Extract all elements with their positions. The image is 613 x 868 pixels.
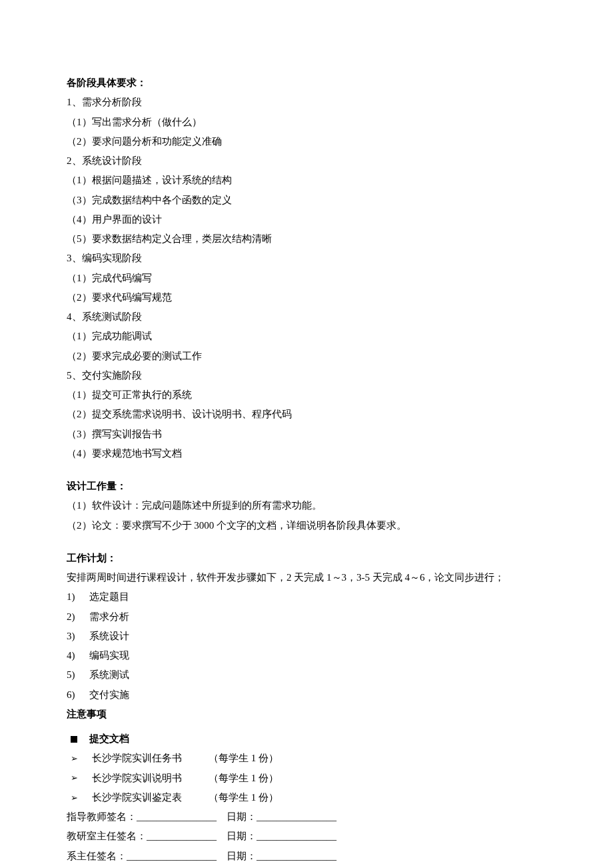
step-6-text: 交付实施 <box>89 685 129 705</box>
arrow-bullet-icon: ➢ <box>71 769 79 786</box>
phase-2-item-2: （3）完成数据结构中各个函数的定义 <box>67 191 546 210</box>
step-1-text: 选定题目 <box>89 587 129 607</box>
section2-item-1: （1）软件设计：完成问题陈述中所提到的所有需求功能。 <box>67 496 546 515</box>
arrow-bullet-icon: ➢ <box>71 750 79 767</box>
phase-2-item-3: （4）用户界面的设计 <box>67 210 546 229</box>
arrow-bullet-icon: ➢ <box>71 789 79 806</box>
doc-3-name: 长沙学院实训鉴定表 <box>92 788 209 807</box>
section3-intro: 安排两周时间进行课程设计，软件开发步骤如下，2 天完成 1～3，3-5 天完成 … <box>67 568 546 587</box>
section3-title: 工作计划： <box>67 549 546 568</box>
step-4-num: 4) <box>67 646 89 665</box>
phase-4-item-1: （1）完成功能调试 <box>67 327 546 346</box>
section2-item-2: （2）论文：要求撰写不少于 3000 个文字的文档，详细说明各阶段具体要求。 <box>67 516 546 535</box>
phase-2-item-1: （1）根据问题描述，设计系统的结构 <box>67 171 546 190</box>
phase-1: 1、需求分析阶段 （1）写出需求分析（做什么） （2）要求问题分析和功能定义准确 <box>67 93 546 151</box>
step-3: 3) 系统设计 <box>67 627 546 646</box>
step-5: 5) 系统测试 <box>67 665 546 685</box>
step-5-text: 系统测试 <box>89 665 129 685</box>
step-3-text: 系统设计 <box>89 627 129 646</box>
phase-2-heading: 2、系统设计阶段 <box>67 151 546 171</box>
doc-1-qty: （每学生 1 份） <box>209 749 279 768</box>
phase-5: 5、交付实施阶段 （1）提交可正常执行的系统 （2）提交系统需求说明书、设计说明… <box>67 366 546 463</box>
step-5-num: 5) <box>67 665 89 685</box>
phase-3: 3、编码实现阶段 （1）完成代码编写 （2）要求代码编写规范 <box>67 249 546 307</box>
doc-row-3: ➢ 长沙学院实训鉴定表 （每学生 1 份） <box>67 788 546 807</box>
step-6-num: 6) <box>67 685 89 705</box>
phase-3-item-1: （1）完成代码编写 <box>67 269 546 288</box>
step-2: 2) 需求分析 <box>67 607 546 627</box>
phase-5-heading: 5、交付实施阶段 <box>67 366 546 385</box>
submit-heading: 提交文档 <box>89 729 129 749</box>
section1-title: 各阶段具体要求： <box>67 73 546 93</box>
phase-4-heading: 4、系统测试阶段 <box>67 307 546 327</box>
step-1: 1) 选定题目 <box>67 587 546 607</box>
step-1-num: 1) <box>67 587 89 607</box>
doc-row-1: ➢ 长沙学院实训任务书 （每学生 1 份） <box>67 749 546 768</box>
step-6: 6) 交付实施 <box>67 685 546 705</box>
phase-4-item-2: （2）要求完成必要的测试工作 <box>67 347 546 366</box>
step-4-text: 编码实现 <box>89 646 129 665</box>
phase-2: 2、系统设计阶段 （1）根据问题描述，设计系统的结构 （3）完成数据结构中各个函… <box>67 151 546 249</box>
phase-5-item-3: （3）撰写实训报告书 <box>67 425 546 444</box>
section2-title: 设计工作量： <box>67 477 546 496</box>
submit-heading-row: 提交文档 <box>67 729 546 749</box>
phase-1-item-1: （1）写出需求分析（做什么） <box>67 113 546 132</box>
phase-1-item-2: （2）要求问题分析和功能定义准确 <box>67 132 546 151</box>
step-2-num: 2) <box>67 607 89 627</box>
signature-row-2: 教研室主任签名：______________ 日期：______________… <box>67 827 546 846</box>
doc-2-qty: （每学生 1 份） <box>209 769 279 788</box>
phase-4: 4、系统测试阶段 （1）完成功能调试 （2）要求完成必要的测试工作 <box>67 307 546 366</box>
step-3-num: 3) <box>67 627 89 646</box>
doc-3-qty: （每学生 1 份） <box>209 788 279 807</box>
square-bullet-icon <box>71 736 77 743</box>
signature-row-1: 指导教师签名：________________ 日期：_____________… <box>67 807 546 827</box>
phase-5-item-2: （2）提交系统需求说明书、设计说明书、程序代码 <box>67 405 546 424</box>
doc-1-name: 长沙学院实训任务书 <box>92 749 209 768</box>
phase-2-item-4: （5）要求数据结构定义合理，类层次结构清晰 <box>67 229 546 249</box>
doc-row-2: ➢ 长沙学院实训说明书 （每学生 1 份） <box>67 769 546 788</box>
step-4: 4) 编码实现 <box>67 646 546 665</box>
phase-5-item-4: （4）要求规范地书写文档 <box>67 444 546 463</box>
phase-1-heading: 1、需求分析阶段 <box>67 93 546 112</box>
phase-3-heading: 3、编码实现阶段 <box>67 249 546 268</box>
phase-5-item-1: （1）提交可正常执行的系统 <box>67 385 546 405</box>
signature-row-3: 系主任签名：__________________ 日期：____________… <box>67 847 546 866</box>
section4-title: 注意事项 <box>67 705 546 724</box>
phase-3-item-2: （2）要求代码编写规范 <box>67 288 546 307</box>
step-2-text: 需求分析 <box>89 607 129 627</box>
doc-2-name: 长沙学院实训说明书 <box>92 769 209 788</box>
